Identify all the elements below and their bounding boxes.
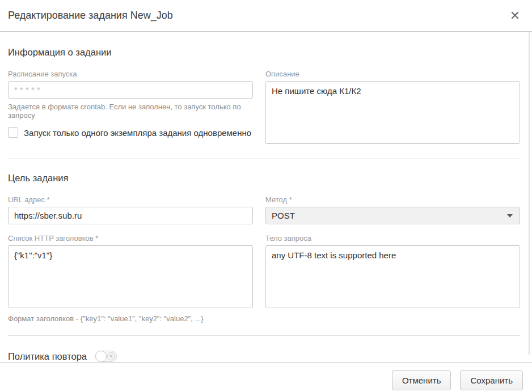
request-body-field-group: Тело запроса any UTF-8 text is supported… bbox=[265, 234, 520, 310]
description-textarea[interactable]: Не пишите сюда К1/К2 bbox=[265, 81, 520, 144]
section-divider bbox=[8, 335, 520, 336]
cancel-button[interactable]: Отменить bbox=[392, 370, 451, 390]
dialog-title: Редактирование задания New_Job bbox=[8, 10, 173, 22]
url-label: URL адрес * bbox=[8, 195, 253, 204]
edit-job-dialog: Редактирование задания New_Job ✕ Информа… bbox=[0, 0, 532, 392]
toggle-off-icon: ✕ bbox=[107, 352, 115, 360]
dialog-body: Информация о задании Расписание запуска … bbox=[0, 32, 532, 362]
description-field-group: Описание Не пишите сюда К1/К2 bbox=[265, 70, 520, 146]
close-icon[interactable]: ✕ bbox=[507, 8, 523, 24]
description-label: Описание bbox=[265, 70, 520, 78]
scrollbar-track[interactable] bbox=[529, 32, 530, 355]
headers-label: Список HTTP заголовков * bbox=[8, 234, 253, 242]
method-select-value: POST bbox=[272, 211, 295, 220]
single-instance-checkbox[interactable] bbox=[8, 127, 18, 138]
schedule-label: Расписание запуска bbox=[8, 70, 253, 78]
schedule-field-group: Расписание запуска Задается в формате cr… bbox=[8, 70, 253, 138]
url-input[interactable] bbox=[8, 207, 253, 224]
toggle-knob bbox=[95, 351, 107, 362]
url-field-group: URL адрес * bbox=[8, 195, 253, 224]
save-button[interactable]: Сохранить bbox=[460, 370, 523, 390]
headers-textarea[interactable]: {"k1":"v1"} bbox=[8, 245, 253, 308]
section-divider bbox=[8, 159, 520, 159]
schedule-helper-text: Задается в формате crontab. Если не запо… bbox=[8, 103, 253, 120]
request-body-label: Тело запроса bbox=[265, 234, 520, 242]
dialog-footer: Отменить Сохранить bbox=[0, 362, 532, 392]
section-heading-info: Информация о задании bbox=[8, 47, 520, 58]
section-heading-retry: Политика повтора bbox=[8, 351, 87, 362]
chevron-down-icon bbox=[507, 214, 513, 218]
section-heading-target: Цель задания bbox=[8, 173, 520, 184]
method-field-group: Метод * POST bbox=[265, 195, 520, 224]
retry-policy-row: Политика повтора ✕ bbox=[8, 351, 520, 362]
target-section-grid: URL адрес * Метод * POST Список HTTP заг… bbox=[8, 195, 520, 323]
dialog-header: Редактирование задания New_Job ✕ bbox=[0, 0, 532, 32]
headers-helper-text: Формат заголовков - {"key1": "value1", "… bbox=[8, 314, 253, 323]
single-instance-label: Запуск только одного экземпляра задания … bbox=[24, 128, 251, 138]
retry-policy-toggle[interactable]: ✕ bbox=[95, 351, 117, 362]
method-select[interactable]: POST bbox=[265, 207, 520, 224]
headers-field-group: Список HTTP заголовков * {"k1":"v1"} Фор… bbox=[8, 234, 253, 323]
single-instance-checkbox-row[interactable]: Запуск только одного экземпляра задания … bbox=[8, 127, 253, 138]
schedule-input[interactable] bbox=[8, 81, 253, 99]
info-section-grid: Расписание запуска Задается в формате cr… bbox=[8, 70, 520, 146]
method-label: Метод * bbox=[265, 195, 520, 204]
request-body-textarea[interactable]: any UTF-8 text is supported here bbox=[265, 245, 520, 308]
